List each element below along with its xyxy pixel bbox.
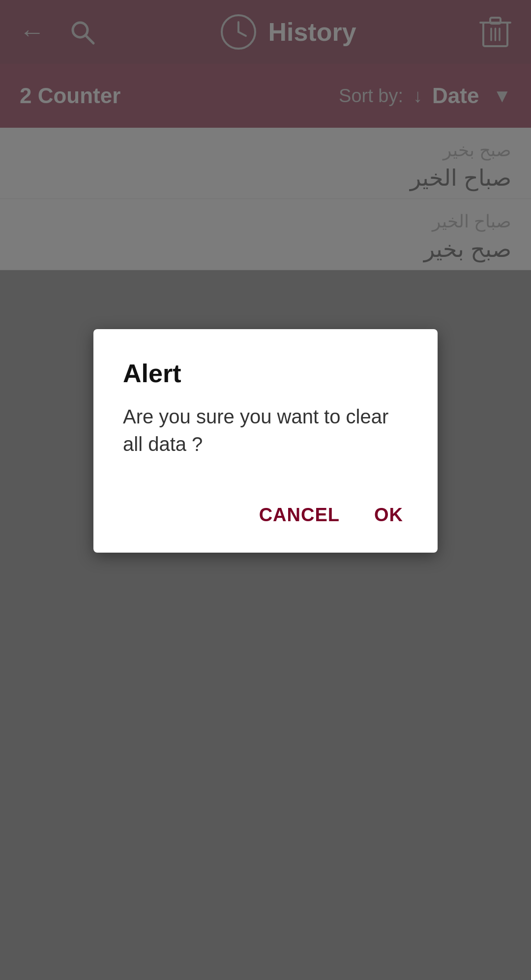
- dialog-buttons: CANCEL OK: [123, 497, 408, 533]
- dialog-message: Are you sure you want to clear all data …: [123, 403, 408, 458]
- dialog-title: Alert: [123, 359, 408, 388]
- alert-dialog: Alert Are you sure you want to clear all…: [93, 329, 438, 553]
- cancel-button[interactable]: CANCEL: [254, 497, 345, 533]
- dialog-overlay: Alert Are you sure you want to clear all…: [0, 0, 531, 980]
- ok-button[interactable]: OK: [369, 497, 408, 533]
